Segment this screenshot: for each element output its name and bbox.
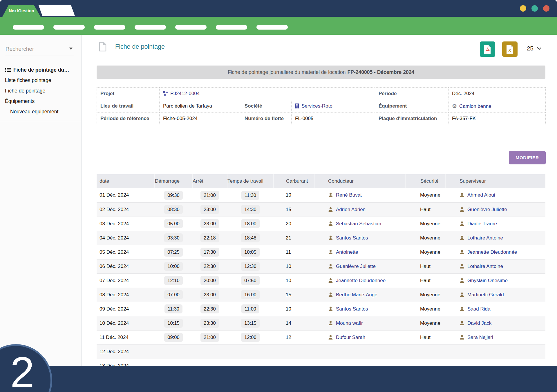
start-time-chip[interactable]: 10:15 [164, 319, 182, 328]
supervisor-link[interactable]: Saad Rida [467, 306, 490, 312]
start-time-chip[interactable]: 11:30 [164, 304, 182, 313]
start-time-chip[interactable]: 09:00 [164, 333, 182, 342]
duration-chip[interactable]: 07:50 [241, 276, 259, 285]
projet-link[interactable]: PJ2412-0004 [170, 91, 200, 96]
duration-chip[interactable]: 18:48 [241, 233, 259, 242]
cell-driver: Berthe Marie-Ange [315, 288, 405, 302]
stop-time-chip[interactable]: 17:30 [200, 248, 219, 257]
duration-chip[interactable]: 10:05 [241, 248, 259, 257]
supervisor-link[interactable]: David Jack [467, 320, 491, 326]
start-time-chip[interactable]: 08:30 [164, 205, 182, 214]
supervisor-link[interactable]: Jeannette Dieudonnée [467, 249, 517, 255]
cell-date: 03 Déc. 2024 [97, 217, 155, 231]
duration-chip[interactable]: 13:15 [241, 319, 259, 328]
driver-link[interactable]: Sebastian Sebastian [336, 221, 381, 226]
page-size-select[interactable]: 25 [525, 43, 542, 55]
window-dot-green[interactable] [531, 5, 538, 12]
cell-stop: 23:00 [192, 288, 227, 302]
driver-link[interactable]: René Buvat [336, 192, 362, 198]
stop-time-chip[interactable]: 23:00 [200, 290, 219, 299]
start-time-chip[interactable]: 10:00 [164, 262, 182, 271]
search-input[interactable] [5, 45, 74, 55]
sidebar-item[interactable]: Équipements [0, 96, 81, 106]
driver-link[interactable]: Adrien Adrien [336, 207, 366, 212]
duration-chip[interactable]: 12:00 [241, 333, 259, 342]
cell-fuel: 14 [274, 316, 315, 330]
stop-time-chip[interactable]: 21:00 [200, 333, 219, 342]
nav-pill[interactable] [13, 25, 44, 30]
person-icon [328, 306, 333, 312]
col-date: date [97, 174, 155, 188]
title-row: Fiche de pointage [99, 42, 165, 52]
supervisor-link[interactable]: Lothaire Antoine [467, 264, 503, 269]
supervisor-link[interactable]: Ghyslain Onésime [467, 278, 508, 283]
sidebar-item[interactable]: Fiche de pointage du… [0, 65, 81, 75]
cell-start: 12:10 [155, 273, 192, 288]
nav-pill[interactable] [175, 25, 207, 30]
start-time-chip[interactable]: 07:00 [164, 290, 182, 299]
start-time-chip[interactable]: 03:30 [164, 233, 182, 242]
stop-time-chip[interactable]: 23:30 [200, 319, 219, 328]
driver-link[interactable]: Antoinette [336, 249, 358, 255]
stop-time-chip[interactable]: 23:00 [200, 219, 219, 228]
nav-pill[interactable] [53, 25, 85, 30]
stop-time-chip[interactable]: 21:00 [200, 191, 219, 200]
nav-pill[interactable] [135, 25, 166, 30]
sidebar-item-label: Fiche de pointage du… [13, 67, 69, 73]
start-time-chip[interactable]: 12:10 [164, 276, 182, 285]
table-row: 07 Déc. 202412:1020:0007:5010Jeannette D… [97, 273, 545, 288]
start-time-chip[interactable]: 09:30 [164, 191, 182, 200]
start-time-chip[interactable]: 07:25 [164, 248, 182, 257]
cell-date: 12 Déc. 2024 [97, 344, 155, 359]
driver-link[interactable]: Dufour Sarah [336, 335, 365, 340]
nav-pill[interactable] [94, 25, 125, 30]
sidebar-item[interactable]: Fiche de pointage [0, 86, 81, 96]
stop-time-chip[interactable]: 22:30 [200, 304, 219, 313]
modify-button[interactable]: MODIFIER [509, 151, 546, 164]
nav-pill[interactable] [256, 25, 288, 30]
person-icon [328, 221, 333, 226]
start-time-chip[interactable]: 05:00 [164, 219, 182, 228]
driver-link[interactable]: Berthe Marie-Ange [336, 292, 377, 297]
societe-link[interactable]: Services-Roto [301, 103, 332, 109]
equipement-link[interactable]: Camion benne [459, 104, 491, 109]
stop-time-chip[interactable]: 22:18 [200, 233, 219, 242]
supervisor-link[interactable]: Ahmed Aloui [467, 192, 495, 198]
supervisor-link[interactable]: Martinetti Gérald [467, 292, 504, 297]
driver-link[interactable]: Mouna wafir [336, 320, 363, 326]
supervisor-link[interactable]: Diadié Traore [467, 221, 497, 226]
export-pdf-button[interactable] [480, 41, 495, 57]
duration-chip[interactable]: 16:00 [241, 290, 259, 299]
driver-link[interactable]: Santos Santos [336, 306, 368, 312]
sidebar-item[interactable]: Nouveau equipement [0, 106, 81, 117]
driver-link[interactable]: Jeannette Dieudonnée [336, 278, 386, 283]
supervisor-link[interactable]: Sara Nejjari [467, 335, 493, 340]
reference-label: Période de référence [97, 112, 160, 125]
pointage-table: date Démarrage Arrêt Temps de travail Ca… [97, 174, 545, 366]
driver-link[interactable]: Guenièvre Juliette [336, 264, 376, 269]
duration-chip[interactable]: 11:00 [241, 304, 259, 313]
info-table: Projet PJ2412-0004 Période Déc. 2024 Lie… [97, 87, 546, 125]
cell-supervisor [445, 359, 545, 366]
table-row: 13 Déc. 2024 [97, 359, 545, 366]
driver-link[interactable]: Santos Santos [336, 235, 368, 241]
cell-driver: René Buvat [315, 188, 405, 202]
sidebar-item[interactable]: Liste fiches pointage [0, 75, 81, 86]
window-dot-red[interactable] [543, 5, 549, 12]
search-dropdown-caret[interactable] [69, 48, 73, 50]
nav-pill[interactable] [216, 25, 247, 30]
stop-time-chip[interactable]: 23:00 [200, 205, 219, 214]
duration-chip[interactable]: 12:30 [241, 262, 259, 271]
duration-chip[interactable]: 14:30 [241, 205, 259, 214]
export-excel-button[interactable]: x [502, 41, 518, 57]
cell-duration: 13:15 [227, 316, 274, 330]
reference-value: Fiche-005-2024 [160, 112, 241, 125]
duration-chip[interactable]: 11:30 [241, 191, 259, 200]
duration-chip[interactable]: 18:00 [241, 219, 259, 228]
person-icon [459, 207, 465, 212]
stop-time-chip[interactable]: 22:30 [200, 262, 219, 271]
window-dot-yellow[interactable] [520, 5, 526, 12]
stop-time-chip[interactable]: 20:00 [200, 276, 219, 285]
supervisor-link[interactable]: Guenièvre Juliette [467, 207, 507, 212]
supervisor-link[interactable]: Lothaire Antoine [467, 235, 503, 241]
